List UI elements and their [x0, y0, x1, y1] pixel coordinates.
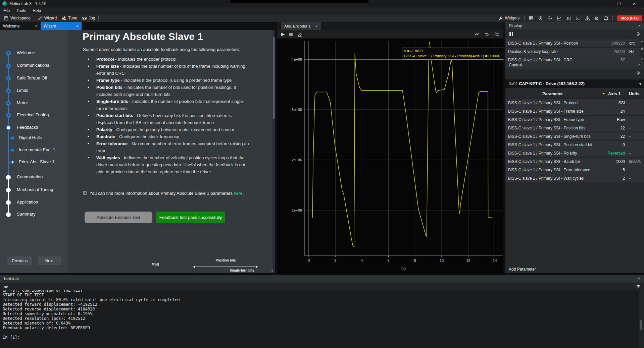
display-trash-icon[interactable] [636, 32, 641, 37]
clear-button[interactable] [297, 32, 302, 37]
step-dot [11, 161, 14, 164]
column-units: Units [629, 92, 639, 96]
next-button[interactable]: Next [38, 256, 61, 265]
tab-welcome-close-icon[interactable]: × [35, 24, 38, 28]
minimize-button[interactable]: — [596, 0, 611, 7]
sidebar-item-prim-abs-slave-1[interactable]: Prim. Abs. Slave 1 [19, 159, 54, 164]
control-row[interactable]: BiSS-C slave 1 / Primary SSI - Single-tu… [505, 132, 644, 140]
signal-line-button[interactable] [474, 32, 479, 37]
wizard-button[interactable]: Wizard [35, 14, 59, 22]
left-splitter[interactable] [275, 22, 277, 273]
sidebar-item-application[interactable]: Application [17, 199, 38, 205]
book-icon [83, 190, 87, 195]
sidebar-item-incremental-enc-1[interactable]: Incremental Enc. 1 [19, 147, 55, 152]
eye-button[interactable] [536, 14, 544, 22]
table-button[interactable] [527, 14, 535, 22]
control-row[interactable]: BiSS-C slave 1 / Primary SSI - PolarityR… [505, 149, 644, 157]
stop-capture-button[interactable] [289, 33, 293, 36]
maximize-button[interactable]: ❐ [611, 0, 626, 7]
control-close-icon[interactable]: × [638, 61, 641, 69]
sidebar-item-digital-halls[interactable]: Digital Halls [19, 135, 42, 140]
terminal-console[interactable]: In [8]: CONFIGURATION OF THE TESTSTART O… [0, 290, 639, 348]
terminal-line: START OF THE TEST [3, 293, 639, 297]
add-parameter-button[interactable]: Add Parameter [509, 267, 536, 272]
chevron-down-icon[interactable]: ▾ [639, 79, 641, 88]
here-link[interactable]: here [234, 191, 243, 196]
signals-2-icon [484, 32, 489, 37]
position-chart[interactable]: 024681012141e+062e+063e+064e+06(s) [277, 39, 503, 273]
control-row[interactable]: BiSS-C slave 1 / Primary SSI - Wait cycl… [505, 174, 644, 182]
display-close-icon[interactable]: × [638, 22, 641, 30]
control-row[interactable]: BiSS-C slave 1 / Primary SSI - ProtocolS… [505, 99, 644, 107]
sidebar-item-limits[interactable]: Limits [17, 88, 28, 93]
display-row[interactable]: Position & velocity loop rate25000Hz [505, 47, 644, 56]
position-bits-label: Position bits [193, 258, 258, 262]
bell-button[interactable] [602, 14, 610, 22]
close-button[interactable]: × [627, 0, 642, 7]
terminal-scrollbar[interactable] [639, 290, 643, 348]
control-row[interactable]: BiSS-C slave 1 / Primary SSI - Position … [505, 124, 644, 132]
menu-tools[interactable]: Tools [13, 8, 29, 14]
scroll-down-icon[interactable]: ▼ [640, 58, 644, 61]
control-row[interactable]: BiSS-C slave 1 / Primary SSI - Frame typ… [505, 115, 644, 124]
menu-help[interactable]: Help [29, 8, 44, 14]
display-row[interactable]: BiSS-C slave 1 / Primary SSI - CRC67 [505, 56, 644, 61]
device-selector[interactable]: 0x01 CAP-NET-C - Drive (192.168.2.22) ▾ [505, 79, 644, 88]
scroll-up-icon[interactable]: ▲ [640, 40, 644, 43]
widgets-button[interactable]: Widgets [496, 14, 522, 22]
tab-welcome[interactable]: Welcome × [0, 22, 41, 30]
window-title: MotionLab 3 - 1.4.10 [9, 1, 46, 6]
scroll-thumb[interactable] [641, 48, 643, 50]
jog-button[interactable]: Jog [80, 14, 97, 22]
terminal-close-icon[interactable]: × [638, 275, 640, 283]
move-button[interactable] [546, 14, 554, 22]
terminal-button[interactable] [574, 14, 582, 22]
previous-button[interactable]: Previous [7, 256, 32, 265]
tab-abs-encoder-1[interactable]: Abs. Encoder 1 × [281, 22, 321, 30]
control-row[interactable]: BiSS-C slave 1 / Primary SSI - Position … [505, 140, 644, 149]
control-row[interactable]: BiSS-C slave 1 / Primary SSI - Frame siz… [505, 107, 644, 115]
sidebar-item-commutation[interactable]: Commutation [17, 174, 43, 179]
sidebar-item-safe-torque-off[interactable]: Safe Torque Off [17, 75, 47, 80]
terminal-line-clipped: In [8]: CONFIGURATION OF THE TEST [3, 290, 639, 293]
app-window: MotionLab 3 - 1.4.10 — ❐ × FileToolsHelp… [0, 0, 644, 348]
position-series-line [312, 42, 492, 247]
terminal-trash-icon[interactable] [636, 284, 641, 289]
pause-button[interactable] [509, 32, 513, 36]
step-dot [6, 63, 11, 68]
play-button[interactable]: ▶ [281, 32, 285, 37]
absolute-encoder-test-button[interactable]: Absolute Encoder Test [85, 212, 152, 223]
signals-4-button[interactable] [494, 32, 499, 37]
gear-button[interactable]: ⚙ [593, 14, 601, 22]
sidebar-item-electrical-tuning[interactable]: Electrical Tuning [17, 112, 49, 117]
control-row[interactable]: BiSS-C slave 1 / Primary SSI - Baudrate1… [505, 157, 644, 166]
display-scrollbar[interactable]: ▲ ▼ [640, 39, 644, 61]
chart-button[interactable] [555, 14, 563, 22]
workspace-button[interactable]: Workspace [1, 14, 33, 22]
control-trash-icon[interactable] [636, 71, 641, 76]
control-row[interactable]: BiSS-C slave 1 / Primary SSI - Error tol… [505, 166, 644, 174]
square-wave-button[interactable] [564, 14, 573, 22]
sidebar-item-feedbacks[interactable]: Feedbacks [17, 125, 38, 130]
tab-abs-encoder-close-icon[interactable]: × [315, 24, 318, 28]
menu-file[interactable]: File [0, 8, 13, 14]
step-dot [6, 175, 11, 180]
warning-button[interactable] [583, 14, 591, 22]
tab-wizard-close-icon[interactable]: × [76, 24, 79, 28]
display-row[interactable]: BiSS-C slave 1 / Primary SSI - Position8… [505, 39, 644, 47]
sidebar-item-welcome[interactable]: Welcome [17, 50, 35, 55]
terminal-line: Detected mismatch of: 0.043% [3, 321, 639, 326]
stop-button[interactable]: Stop (F12) [617, 15, 642, 21]
sidebar-item-mechanical-tuning[interactable]: Mechanical Tuning [17, 187, 53, 192]
tune-button[interactable]: Tune [59, 14, 80, 22]
terminal-scroll-thumb[interactable] [640, 320, 642, 330]
terminal-eye-icon[interactable] [3, 284, 8, 289]
tab-wizard[interactable]: Wizard × [41, 22, 82, 30]
sidebar-item-summary[interactable]: Summary [17, 212, 36, 217]
signal-line-icon [474, 32, 479, 37]
frame-structure-diagram: MSB Position bits Single-turn bits Posit… [150, 259, 273, 273]
content-scrollbar-thumb[interactable] [273, 37, 275, 119]
sidebar-item-motor[interactable]: Motor [17, 100, 28, 105]
sidebar-item-communications[interactable]: Communications [17, 63, 49, 68]
signals-2-button[interactable] [484, 32, 489, 37]
